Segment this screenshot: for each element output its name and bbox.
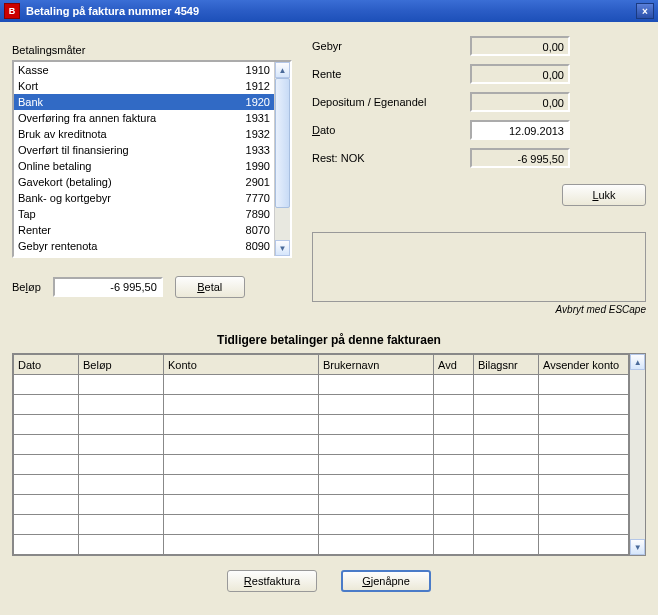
list-item-code: 8090 (230, 239, 270, 253)
rente-value: 0,00 (470, 64, 570, 84)
listbox-scrollbar[interactable]: ▲ ▼ (274, 62, 290, 256)
list-item-name: Renter (18, 223, 230, 237)
list-item[interactable]: Gavekort (betaling)2901 (14, 174, 274, 190)
amount-input[interactable] (53, 277, 163, 297)
table-row[interactable] (14, 535, 629, 555)
list-item-name: Overført til finansiering (18, 143, 230, 157)
rest-value: -6 995,50 (470, 148, 570, 168)
col-brukernavn[interactable]: Brukernavn (319, 355, 434, 375)
payment-methods-label: Betalingsmåter (12, 44, 292, 56)
list-item-code: 7770 (230, 191, 270, 205)
payment-methods-listbox[interactable]: Kasse1910Kort1912Bank1920Overføring fra … (12, 60, 292, 258)
list-item-name: Kasse (18, 63, 230, 77)
history-table: Dato Beløp Konto Brukernavn Avd Bilagsnr… (12, 353, 646, 556)
table-row[interactable] (14, 515, 629, 535)
list-item-code: 1912 (230, 79, 270, 93)
list-item-name: Overføring fra annen faktura (18, 111, 230, 125)
gebyr-value: 0,00 (470, 36, 570, 56)
table-row[interactable] (14, 395, 629, 415)
list-item[interactable]: Overført til finansiering1933 (14, 142, 274, 158)
list-item[interactable]: Renter8070 (14, 222, 274, 238)
col-bilagsnr[interactable]: Bilagsnr (474, 355, 539, 375)
window-title: Betaling på faktura nummer 4549 (26, 5, 636, 17)
list-item[interactable]: Online betaling1990 (14, 158, 274, 174)
list-item-code: 1933 (230, 143, 270, 157)
rente-label: Rente (312, 68, 462, 80)
list-item[interactable]: Kort1912 (14, 78, 274, 94)
note-box (312, 232, 646, 302)
amount-label: Beløp (12, 281, 41, 293)
dato-label: Dato (312, 124, 462, 136)
col-dato[interactable]: Dato (14, 355, 79, 375)
list-item-code: 7890 (230, 207, 270, 221)
list-item-name: Kort (18, 79, 230, 93)
scroll-thumb[interactable] (275, 78, 290, 208)
list-item-code: 1910 (230, 63, 270, 77)
list-item[interactable]: Bank1920 (14, 94, 274, 110)
col-avsender[interactable]: Avsender konto (539, 355, 629, 375)
list-item[interactable]: Gebyr rentenota8090 (14, 238, 274, 254)
titlebar: B Betaling på faktura nummer 4549 × (0, 0, 658, 22)
list-item-code: 1990 (230, 159, 270, 173)
table-row[interactable] (14, 415, 629, 435)
table-row[interactable] (14, 475, 629, 495)
gjenopne-button[interactable]: Gjenåpne (341, 570, 431, 592)
col-konto[interactable]: Konto (164, 355, 319, 375)
table-row[interactable] (14, 435, 629, 455)
table-row[interactable] (14, 375, 629, 395)
escape-note: Avbryt med ESCape (312, 304, 646, 315)
lukk-button[interactable]: Lukk (562, 184, 646, 206)
scroll-down-icon[interactable]: ▼ (275, 240, 290, 256)
restfaktura-button[interactable]: Restfaktura (227, 570, 317, 592)
list-item[interactable]: Bruk av kreditnota1932 (14, 126, 274, 142)
table-row[interactable] (14, 455, 629, 475)
dato-value[interactable]: 12.09.2013 (470, 120, 570, 140)
table-row[interactable] (14, 495, 629, 515)
list-item-name: Online betaling (18, 159, 230, 173)
table-scrollbar[interactable]: ▲ ▼ (629, 354, 645, 555)
list-item-name: Gebyr rentenota (18, 239, 230, 253)
history-title: Tidligere betalinger på denne fakturaen (12, 333, 646, 347)
list-item-name: Tap (18, 207, 230, 221)
list-item-name: Gavekort (betaling) (18, 175, 230, 189)
list-item-name: Bank (18, 95, 230, 109)
list-item-name: Bruk av kreditnota (18, 127, 230, 141)
list-item-code: 8070 (230, 223, 270, 237)
table-header-row: Dato Beløp Konto Brukernavn Avd Bilagsnr… (14, 355, 629, 375)
list-item[interactable]: Bank- og kortgebyr7770 (14, 190, 274, 206)
depositum-label: Depositum / Egenandel (312, 96, 462, 108)
list-item[interactable]: Kasse1910 (14, 62, 274, 78)
list-item-code: 1920 (230, 95, 270, 109)
list-item-name: Bank- og kortgebyr (18, 191, 230, 205)
close-button[interactable]: × (636, 3, 654, 19)
list-item-code: 2901 (230, 175, 270, 189)
list-item-code: 1931 (230, 111, 270, 125)
rest-label: Rest: NOK (312, 152, 462, 164)
list-item-code: 1932 (230, 127, 270, 141)
col-avd[interactable]: Avd (434, 355, 474, 375)
scroll-up-icon[interactable]: ▲ (275, 62, 290, 78)
betal-button[interactable]: Betal (175, 276, 245, 298)
col-belop[interactable]: Beløp (79, 355, 164, 375)
list-item[interactable]: Tap7890 (14, 206, 274, 222)
scroll-up-icon[interactable]: ▲ (630, 354, 645, 370)
list-item[interactable]: Overføring fra annen faktura1931 (14, 110, 274, 126)
gebyr-label: Gebyr (312, 40, 462, 52)
scroll-down-icon[interactable]: ▼ (630, 539, 645, 555)
app-icon: B (4, 3, 20, 19)
depositum-value: 0,00 (470, 92, 570, 112)
